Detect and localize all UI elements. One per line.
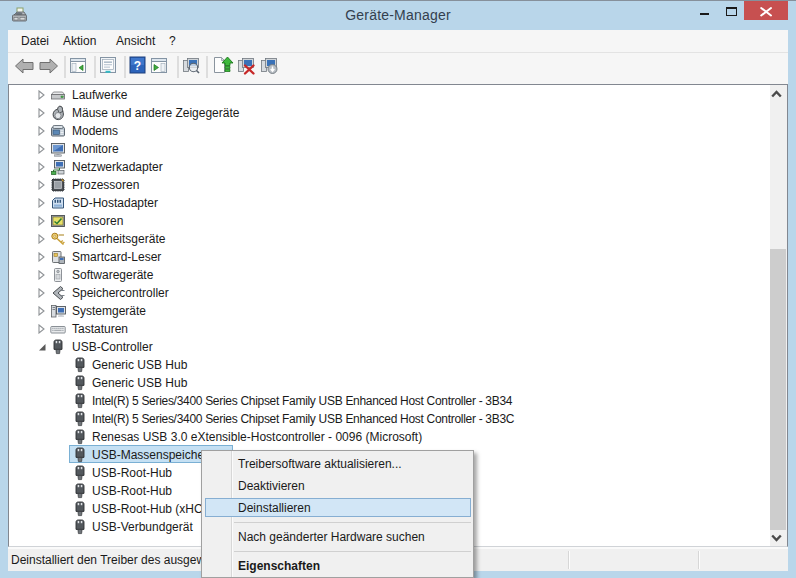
svg-text:?: ? [134,59,141,73]
